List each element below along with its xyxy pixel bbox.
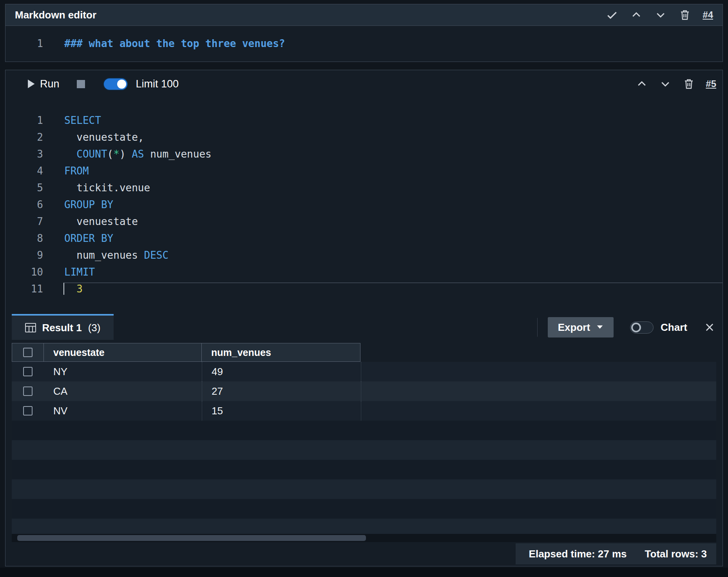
code-line-content[interactable]: SELECT: [64, 114, 723, 126]
sql-toolbar: Run Limit 100 #5: [5, 70, 723, 98]
column-header-num-venues[interactable]: num_venues: [201, 343, 360, 362]
line-number: 5: [5, 182, 43, 194]
cell-venuestate: CA: [44, 381, 202, 401]
close-results-icon[interactable]: [703, 321, 716, 334]
result-controls: Export Chart: [537, 316, 716, 338]
toggle-knob: [631, 323, 641, 332]
play-icon: [27, 79, 35, 89]
code-line[interactable]: 1SELECT: [5, 112, 723, 129]
line-number: 6: [5, 199, 43, 210]
delete-cell-icon[interactable]: [678, 8, 692, 22]
total-rows-text: Total rows: 3: [645, 548, 707, 560]
code-line-content[interactable]: venuestate,: [64, 131, 723, 143]
code-line[interactable]: 5 tickit.venue: [5, 179, 723, 196]
divider: [537, 318, 538, 337]
row-filler: [361, 362, 716, 381]
move-cell-up-icon[interactable]: [635, 77, 648, 91]
line-number: 1: [5, 38, 43, 49]
row-filler: [361, 381, 716, 401]
select-all-cell: [12, 343, 44, 362]
cell-venuestate: NY: [44, 362, 202, 381]
cell-anchor-link[interactable]: #5: [706, 78, 716, 89]
delete-cell-icon[interactable]: [682, 77, 695, 91]
code-line-content[interactable]: COUNT(*) AS num_venues: [64, 148, 723, 160]
toggle-knob: [117, 80, 126, 89]
cell-num-venues: 27: [202, 381, 361, 401]
cell-num-venues: 15: [202, 401, 361, 421]
markdown-cell-header: Markdown editor #4: [5, 4, 723, 26]
cell-venuestate: NV: [44, 401, 202, 421]
result-tab-count: (3): [88, 322, 101, 334]
table-grid-icon: [25, 323, 36, 332]
markdown-editor-body[interactable]: 1 ### what about the top three venues?: [5, 26, 723, 61]
row-checkbox[interactable]: [23, 386, 33, 396]
line-number: 4: [5, 165, 43, 177]
line-number: 9: [5, 249, 43, 261]
empty-rows-area: [12, 421, 716, 534]
limit-toggle[interactable]: [103, 78, 128, 91]
cell-num-venues: 49: [202, 362, 361, 381]
sql-cell: Run Limit 100 #5 1SELECT2 venuestate,3 C…: [5, 70, 723, 566]
chart-toggle-label: Chart: [661, 321, 687, 334]
results-table-header: venuestate num_venues: [12, 343, 716, 362]
code-line-content[interactable]: 3: [63, 283, 723, 295]
sql-code-editor[interactable]: 1SELECT2 venuestate,3 COUNT(*) AS num_ve…: [5, 98, 723, 297]
row-checkbox[interactable]: [23, 367, 33, 376]
markdown-cell-actions: #4: [605, 8, 713, 22]
limit-toggle-label: Limit 100: [136, 78, 179, 90]
cell-anchor-link[interactable]: #4: [703, 9, 713, 20]
line-number: 1: [5, 114, 43, 126]
code-line[interactable]: 8ORDER BY: [5, 230, 723, 247]
table-row[interactable]: NY49: [12, 362, 716, 381]
notebook-page: Markdown editor #4 1 ### what about the: [0, 0, 728, 577]
code-line-content[interactable]: GROUP BY: [64, 199, 723, 210]
code-line[interactable]: 2 venuestate,: [5, 129, 723, 145]
run-button-label: Run: [40, 78, 60, 90]
line-number: 11: [5, 283, 43, 295]
code-line-content[interactable]: FROM: [64, 165, 723, 177]
code-line[interactable]: 11 3: [5, 280, 723, 297]
export-button[interactable]: Export: [548, 317, 614, 337]
line-number: 7: [5, 216, 43, 227]
code-line[interactable]: 3 COUNT(*) AS num_venues: [5, 145, 723, 162]
line-number: 10: [5, 266, 43, 278]
scrollbar-thumb[interactable]: [17, 535, 366, 541]
row-checkbox-cell: [12, 381, 44, 401]
result-tab[interactable]: Result 1 (3): [12, 314, 114, 340]
result-tab-label: Result 1: [42, 322, 82, 334]
results-footer: Elapsed time: 27 ms Total rows: 3: [516, 543, 716, 564]
move-cell-down-icon[interactable]: [659, 77, 672, 91]
code-line[interactable]: 10LIMIT: [5, 263, 723, 280]
code-line[interactable]: 4FROM: [5, 162, 723, 179]
table-row[interactable]: CA27: [12, 381, 716, 401]
code-line[interactable]: 9 num_venues DESC: [5, 247, 723, 263]
markdown-source-text[interactable]: ### what about the top three venues?: [64, 38, 285, 49]
table-row[interactable]: NV15: [12, 401, 716, 421]
code-line-content[interactable]: ORDER BY: [64, 232, 723, 244]
markdown-cell-title: Markdown editor: [15, 9, 96, 21]
code-line-content[interactable]: num_venues DESC: [64, 249, 723, 261]
stop-button[interactable]: [77, 80, 85, 88]
select-all-checkbox[interactable]: [23, 348, 33, 357]
confirm-check-icon[interactable]: [605, 8, 619, 22]
code-line-content[interactable]: tickit.venue: [64, 182, 723, 194]
code-line-content[interactable]: LIMIT: [64, 266, 723, 278]
code-line-content[interactable]: venuestate: [64, 216, 723, 227]
sql-cell-actions: #5: [635, 77, 723, 91]
elapsed-time-text: Elapsed time: 27 ms: [529, 548, 627, 560]
code-line[interactable]: 6GROUP BY: [5, 196, 723, 213]
horizontal-scrollbar[interactable]: [12, 534, 716, 542]
row-filler: [361, 401, 716, 421]
line-number: 8: [5, 232, 43, 244]
column-header-venuestate[interactable]: venuestate: [43, 343, 202, 362]
move-cell-down-icon[interactable]: [654, 8, 667, 22]
code-line[interactable]: 7 venuestate: [5, 213, 723, 230]
markdown-cell: Markdown editor #4 1 ### what about the: [5, 4, 723, 62]
run-button[interactable]: Run: [5, 78, 60, 90]
chart-toggle[interactable]: [630, 321, 654, 334]
row-checkbox[interactable]: [23, 406, 33, 416]
line-number: 3: [5, 148, 43, 160]
export-button-label: Export: [558, 321, 590, 334]
move-cell-up-icon[interactable]: [630, 8, 643, 22]
results-table-body: NY49CA27NV15: [12, 362, 716, 421]
